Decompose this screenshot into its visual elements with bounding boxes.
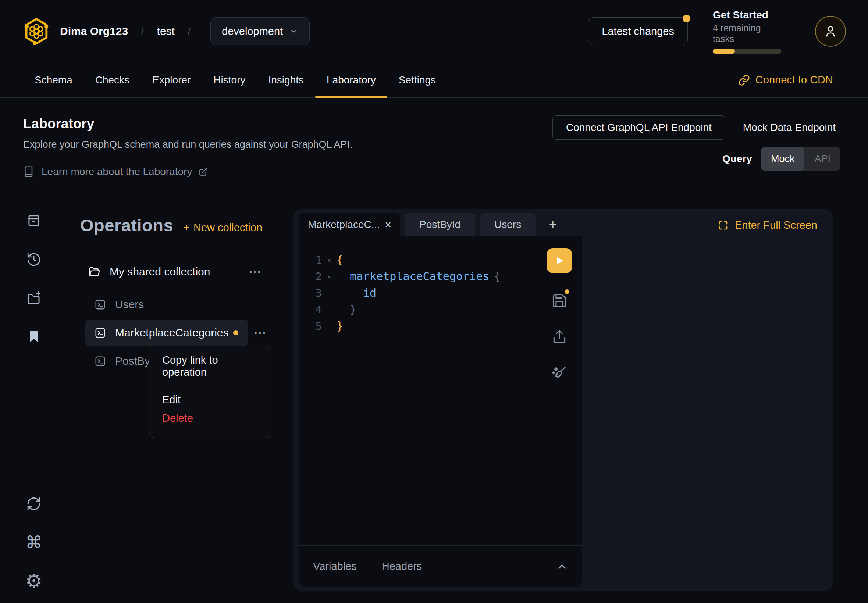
operation-label: Users xyxy=(115,298,144,311)
fold-icon[interactable]: ▾ xyxy=(322,272,337,281)
new-collection-link[interactable]: + New collection xyxy=(184,222,262,234)
broom-sparkles-icon xyxy=(551,365,568,381)
refetch-schema-button[interactable] xyxy=(26,496,42,512)
tab-label: Schema xyxy=(34,74,73,86)
mock-endpoint-button[interactable]: Mock Data Endpoint xyxy=(743,122,836,133)
new-collection-label: New collection xyxy=(193,222,262,234)
line-number: 3 xyxy=(299,287,322,299)
editor-tab-marketplacecategories[interactable]: MarketplaceC... × xyxy=(299,213,400,236)
tab-schema[interactable]: Schema xyxy=(23,62,84,97)
tab-label: History xyxy=(214,74,245,86)
query-mode-row: Query Mock API xyxy=(723,147,840,171)
new-collection-button[interactable] xyxy=(26,290,42,306)
tab-label: Settings xyxy=(399,74,436,86)
gear-icon: ⚙ xyxy=(25,571,43,591)
top-bar: Dima Org123 / test / development Latest … xyxy=(0,0,868,62)
code-token: { xyxy=(494,270,500,283)
command-icon: ⌘ xyxy=(25,534,42,551)
menu-divider xyxy=(149,383,271,383)
operation-more-button[interactable]: ⋯ xyxy=(254,325,268,340)
chevron-up-icon xyxy=(556,560,568,573)
editor-actions xyxy=(547,248,572,381)
prettify-button[interactable] xyxy=(551,364,568,381)
editor-tab-users[interactable]: Users xyxy=(480,213,536,236)
docs-archive-button[interactable] xyxy=(26,212,42,229)
save-operation-button[interactable] xyxy=(551,292,568,309)
share-operation-button[interactable] xyxy=(551,328,568,345)
operations-header: Operations + New collection xyxy=(80,215,279,235)
enter-fullscreen-button[interactable]: Enter Full Screen xyxy=(718,219,817,231)
settings-button[interactable]: ⚙ xyxy=(26,573,42,589)
save-icon xyxy=(551,293,568,309)
operation-icon xyxy=(94,355,106,367)
operations-title: Operations xyxy=(80,215,173,235)
query-editor[interactable]: 1 ▾ { 2 ▾ marketplaceCategories { 3 id 4 xyxy=(299,236,582,587)
code-area[interactable]: 1 ▾ { 2 ▾ marketplaceCategories { 3 id 4 xyxy=(299,236,582,545)
editor-tab-label: MarketplaceC... xyxy=(308,219,380,230)
new-tab-button[interactable]: + xyxy=(543,213,563,236)
learn-more-label: Learn more about the Laboratory xyxy=(42,166,192,178)
history-icon xyxy=(26,252,42,267)
editor-tab-postbyid[interactable]: PostById xyxy=(405,213,475,236)
tab-history[interactable]: History xyxy=(202,62,257,97)
hive-logo-icon xyxy=(23,17,50,45)
latest-changes-button[interactable]: Latest changes xyxy=(588,17,688,45)
tab-checks[interactable]: Checks xyxy=(84,62,141,97)
unsaved-changes-dot xyxy=(233,330,238,336)
latest-changes-label: Latest changes xyxy=(602,25,674,37)
code-token: } xyxy=(337,320,343,332)
user-icon xyxy=(823,24,838,39)
share-icon xyxy=(551,329,568,345)
collection-folder[interactable]: My shared collection ⋯ xyxy=(80,261,279,282)
bookmarks-button[interactable] xyxy=(26,328,42,345)
line-number: 5 xyxy=(299,320,322,332)
close-icon[interactable]: × xyxy=(385,218,391,231)
collection-more-button[interactable]: ⋯ xyxy=(249,264,263,279)
query-mode-mock[interactable]: Mock xyxy=(761,147,805,171)
history-button[interactable] xyxy=(26,251,42,267)
plus-icon: + xyxy=(184,222,190,234)
learn-more-link[interactable]: Learn more about the Laboratory xyxy=(23,166,208,178)
tab-insights[interactable]: Insights xyxy=(257,62,315,97)
get-started-progressbar xyxy=(713,49,781,54)
operation-context-menu: Copy link to operation Edit Delete xyxy=(149,346,271,438)
connect-to-cdn-link[interactable]: Connect to CDN xyxy=(738,62,833,97)
operation-item-users[interactable]: Users xyxy=(85,291,248,318)
fold-icon[interactable]: ▾ xyxy=(322,256,337,264)
more-icon: ⋯ xyxy=(254,326,268,340)
tab-laboratory[interactable]: Laboratory xyxy=(315,62,387,97)
breadcrumb-org[interactable]: Dima Org123 xyxy=(60,25,128,37)
collapse-panel-button[interactable] xyxy=(556,560,568,573)
user-avatar[interactable] xyxy=(815,16,846,47)
get-started-widget[interactable]: Get Started 4 remaining tasks xyxy=(713,9,781,54)
unsaved-changes-dot xyxy=(565,289,569,294)
tool-rail: ⌘ ⚙ xyxy=(0,195,68,603)
operation-item-marketplacecategories[interactable]: MarketplaceCategories ⋯ xyxy=(85,320,248,346)
laboratory-workspace: ⌘ ⚙ Operations + New collection My s xyxy=(0,195,868,603)
shortcuts-button[interactable]: ⌘ xyxy=(26,534,42,550)
menu-item-delete[interactable]: Delete xyxy=(149,409,271,427)
code-line: 3 id xyxy=(299,284,582,301)
tab-settings[interactable]: Settings xyxy=(387,62,447,97)
connect-endpoint-button[interactable]: Connect GraphQL API Endpoint xyxy=(552,116,725,140)
breadcrumb: Dima Org123 / test / xyxy=(60,25,200,37)
editor-tab-label: Users xyxy=(494,219,521,230)
breadcrumb-project[interactable]: test xyxy=(157,25,175,37)
menu-item-copy-link[interactable]: Copy link to operation xyxy=(149,357,271,376)
editor-bottom-bar: Variables Headers xyxy=(299,545,582,587)
tab-label: Explorer xyxy=(152,74,190,86)
code-line: 4 } xyxy=(299,301,582,318)
query-mode-api[interactable]: API xyxy=(805,147,840,171)
code-line: 2 ▾ marketplaceCategories { xyxy=(299,268,582,284)
code-token: marketplaceCategories xyxy=(350,270,489,283)
menu-item-edit[interactable]: Edit xyxy=(149,391,271,409)
tab-explorer[interactable]: Explorer xyxy=(141,62,202,97)
editor-tab-label: PostById xyxy=(419,219,461,230)
headers-tab[interactable]: Headers xyxy=(382,560,422,572)
code-line: 1 ▾ { xyxy=(299,252,582,268)
variables-tab[interactable]: Variables xyxy=(313,560,357,572)
run-query-button[interactable] xyxy=(547,248,572,273)
target-selector[interactable]: development xyxy=(210,17,310,45)
line-number: 2 xyxy=(299,270,322,283)
notification-dot xyxy=(682,15,690,22)
